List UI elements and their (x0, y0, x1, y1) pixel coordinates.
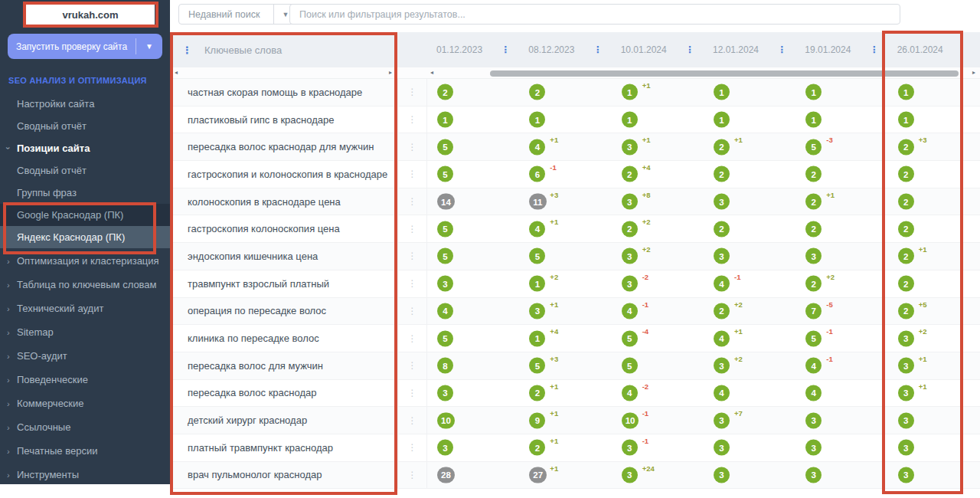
keyword-cell[interactable]: частная скорая помощь в краснодаре (170, 79, 398, 106)
position-badge[interactable]: 4 (805, 385, 822, 401)
position-badge[interactable]: 2 (529, 84, 545, 100)
position-badge[interactable]: 4 (714, 276, 730, 292)
position-badge[interactable]: 3 (622, 276, 638, 292)
position-badge[interactable]: 1 (529, 276, 545, 292)
sidebar-item-13[interactable]: ›Коммерческие (0, 392, 170, 414)
keyword-cell[interactable]: врач пульмонолог краснодар (170, 462, 398, 489)
position-badge[interactable]: 3 (714, 412, 730, 428)
position-badge[interactable]: 2 (898, 139, 914, 155)
scrollbar-thumb[interactable] (490, 70, 959, 77)
row-kebab-menu-icon[interactable]: ⋮ (398, 380, 427, 407)
position-badge[interactable]: 2 (622, 166, 638, 182)
position-badge[interactable]: 3 (898, 330, 914, 346)
position-badge[interactable]: 3 (622, 467, 638, 483)
position-badge[interactable]: 27 (529, 467, 547, 483)
date-column-header-0[interactable]: 01.12.2023⋮ (427, 32, 519, 67)
position-badge[interactable]: 3 (437, 440, 453, 456)
keywords-column-header[interactable]: ⋮ Ключевые слова (170, 32, 398, 67)
position-badge[interactable]: 2 (898, 276, 914, 292)
keyword-cell[interactable]: пересадка волос краснодар (170, 380, 398, 407)
position-badge[interactable]: 3 (714, 358, 730, 374)
kebab-menu-icon[interactable]: ⋮ (593, 44, 603, 55)
position-badge[interactable]: 3 (622, 194, 638, 210)
row-kebab-menu-icon[interactable]: ⋮ (398, 462, 427, 489)
keyword-cell[interactable]: пересадка волос краснодар для мужчин (170, 133, 398, 160)
keyword-cell[interactable]: операция по пересадке волос (170, 298, 398, 325)
position-badge[interactable]: 3 (898, 385, 914, 401)
position-badge[interactable]: 3 (898, 440, 914, 456)
position-badge[interactable]: 5 (805, 330, 822, 346)
position-badge[interactable]: 2 (805, 276, 822, 292)
chevron-down-icon[interactable]: ▼ (136, 42, 162, 51)
kebab-menu-icon[interactable]: ⋮ (870, 44, 879, 55)
position-badge[interactable]: 2 (529, 440, 545, 456)
position-badge[interactable]: 1 (714, 112, 730, 128)
kebab-menu-icon[interactable]: ⋮ (777, 44, 786, 55)
position-badge[interactable]: 5 (529, 358, 545, 374)
keyword-cell[interactable]: колоноскопия в краснодаре цена (170, 188, 398, 215)
sidebar-item-12[interactable]: ›Поведенческие (0, 369, 170, 391)
row-kebab-menu-icon[interactable]: ⋮ (398, 270, 427, 297)
position-badge[interactable]: 4 (529, 221, 545, 237)
position-badge[interactable]: 3 (714, 467, 730, 483)
row-kebab-menu-icon[interactable]: ⋮ (398, 133, 427, 160)
position-badge[interactable]: 1 (898, 84, 914, 100)
scroll-left-icon[interactable]: ◂ (430, 69, 433, 76)
sidebar-item-6[interactable]: Яндекс Краснодар (ПК) (0, 226, 170, 248)
position-badge[interactable]: 2 (898, 166, 914, 182)
keyword-cell[interactable]: детский хирург краснодар (170, 407, 398, 434)
row-kebab-menu-icon[interactable]: ⋮ (398, 243, 427, 270)
sidebar-item-9[interactable]: ›Технический аудит (0, 297, 170, 319)
position-badge[interactable]: 5 (529, 248, 545, 264)
row-kebab-menu-icon[interactable]: ⋮ (398, 215, 427, 242)
row-kebab-menu-icon[interactable]: ⋮ (398, 161, 427, 188)
position-badge[interactable]: 5 (437, 248, 453, 264)
position-badge[interactable]: 2 (898, 194, 914, 210)
sidebar-item-8[interactable]: ›Таблица по ключевым словам (0, 274, 170, 296)
position-badge[interactable]: 9 (529, 412, 545, 428)
position-badge[interactable]: 5 (622, 330, 638, 346)
position-badge[interactable]: 2 (714, 303, 730, 319)
position-badge[interactable]: 3 (898, 358, 914, 374)
position-badge[interactable]: 3 (714, 194, 730, 210)
keyword-cell[interactable]: клиника по пересадке волос (170, 325, 398, 352)
sidebar-item-0[interactable]: Настройки сайта (0, 93, 170, 115)
position-badge[interactable]: 8 (437, 358, 453, 374)
position-badge[interactable]: 1 (714, 84, 730, 100)
row-kebab-menu-icon[interactable]: ⋮ (398, 434, 427, 461)
keyword-cell[interactable]: пластиковый гипс в краснодаре (170, 106, 398, 133)
position-badge[interactable]: 5 (437, 330, 453, 346)
position-badge[interactable]: 14 (437, 194, 455, 210)
kebab-menu-icon[interactable]: ⋮ (501, 44, 510, 55)
scroll-left-icon[interactable]: ◂ (175, 69, 178, 76)
keyword-cell[interactable]: гастроскопия и колоноскопия в краснодаре (170, 161, 398, 188)
position-badge[interactable]: 5 (437, 221, 453, 237)
sidebar-item-16[interactable]: ›Инструменты (0, 464, 170, 486)
position-badge[interactable]: 2 (898, 248, 914, 264)
search-input[interactable] (289, 4, 900, 25)
row-kebab-menu-icon[interactable]: ⋮ (398, 407, 427, 434)
sidebar-item-11[interactable]: ›SEO-аудит (0, 345, 170, 367)
sidebar-item-5[interactable]: Google Краснодар (ПК) (0, 204, 170, 226)
position-badge[interactable]: 4 (622, 385, 638, 401)
position-badge[interactable]: 2 (622, 221, 638, 237)
position-badge[interactable]: 28 (437, 467, 455, 483)
position-badge[interactable]: 5 (437, 139, 453, 155)
position-badge[interactable]: 1 (529, 112, 545, 128)
scroll-right-icon[interactable]: ▸ (972, 69, 975, 76)
position-badge[interactable]: 10 (622, 412, 639, 428)
position-badge[interactable]: 1 (437, 112, 453, 128)
position-badge[interactable]: 3 (622, 248, 638, 264)
position-badge[interactable]: 2 (437, 84, 453, 100)
sidebar-item-3[interactable]: Сводный отчёт (0, 159, 170, 182)
position-badge[interactable]: 2 (805, 221, 822, 237)
sidebar-item-1[interactable]: Сводный отчёт (0, 115, 170, 137)
position-badge[interactable]: 4 (437, 303, 453, 319)
row-kebab-menu-icon[interactable]: ⋮ (398, 106, 427, 133)
position-badge[interactable]: 3 (805, 440, 822, 456)
row-kebab-menu-icon[interactable]: ⋮ (398, 79, 427, 106)
run-site-check-button[interactable]: Запустить проверку сайта ▼ (8, 34, 162, 59)
position-badge[interactable]: 3 (529, 303, 545, 319)
position-badge[interactable]: 2 (805, 166, 822, 182)
date-column-header-1[interactable]: 08.12.2023⋮ (519, 32, 611, 67)
